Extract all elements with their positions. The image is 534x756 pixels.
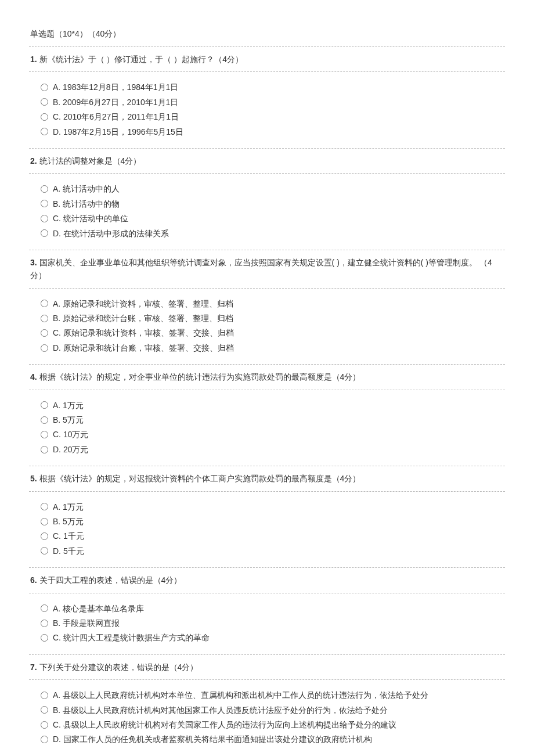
option-row: C. 统计四大工程是统计数据生产方式的革命 — [41, 631, 504, 644]
option-row: B. 5万元 — [41, 515, 504, 528]
option-label: A. 县级以上人民政府统计机构对本单位、直属机构和派出机构中工作人员的统计违法行… — [53, 689, 428, 701]
option-label: B. 2009年6月27日，2010年1月1日 — [53, 96, 178, 109]
question-header: 2. 统计法的调整对象是（4分） — [29, 148, 505, 174]
option-label: B. 手段是联网直报 — [53, 617, 120, 629]
option-row: A. 1万元 — [41, 501, 504, 513]
option-radio[interactable] — [41, 229, 48, 237]
option-label: D. 国家工作人员的任免机关或者监察机关将结果书面通知提出该处分建议的政府统计机… — [53, 733, 372, 746]
option-row: B. 县级以上人民政府统计机构对其他国家工作人员违反统计法应予处分的行为，依法给… — [41, 704, 504, 717]
option-row: D. 20万元 — [41, 443, 504, 456]
option-row: D. 国家工作人员的任免机关或者监察机关将结果书面通知提出该处分建议的政府统计机… — [41, 733, 504, 746]
question-text: 统计法的调整对象是（4分） — [37, 156, 142, 165]
option-radio[interactable] — [41, 604, 48, 612]
option-radio[interactable] — [41, 401, 48, 409]
question-number: 7. — [30, 663, 37, 672]
option-label: C. 原始记录和统计资料，审核、签署、交接、归档 — [53, 326, 234, 339]
option-row: C. 原始记录和统计资料，审核、签署、交接、归档 — [41, 326, 504, 339]
option-label: C. 县级以上人民政府统计机构对有关国家工作人员的违法行为应向上述机构提出给予处… — [53, 718, 396, 731]
option-label: C. 2010年6月27日，2011年1月1日 — [53, 110, 179, 123]
option-radio[interactable] — [41, 315, 48, 322]
option-radio[interactable] — [41, 200, 48, 207]
option-label: C. 10万元 — [53, 428, 88, 441]
question-text: 新《统计法》于（ ）修订通过，于（ ）起施行？（4分） — [37, 55, 243, 64]
option-radio[interactable] — [41, 113, 48, 121]
option-row: C. 统计活动中的单位 — [41, 212, 504, 225]
option-radio[interactable] — [41, 215, 48, 222]
option-radio[interactable] — [41, 98, 48, 106]
option-radio[interactable] — [41, 634, 48, 642]
option-row: A. 1983年12月8日，1984年1月1日 — [41, 81, 504, 93]
option-radio[interactable] — [41, 503, 48, 510]
question-number: 5. — [30, 474, 37, 483]
option-row: A. 县级以上人民政府统计机构对本单位、直属机构和派出机构中工作人员的统计违法行… — [41, 689, 504, 701]
question-number: 1. — [30, 55, 37, 64]
option-radio[interactable] — [41, 416, 48, 424]
option-row: B. 统计活动中的物 — [41, 197, 504, 210]
option-label: A. 1983年12月8日，1984年1月1日 — [53, 81, 178, 93]
option-radio[interactable] — [41, 692, 48, 699]
options-group: A. 1万元B. 5万元C. 1千元D. 5千元 — [29, 492, 505, 568]
option-row: A. 核心是基本单位名录库 — [41, 602, 504, 615]
questions-container: 1. 新《统计法》于（ ）修订通过，于（ ）起施行？（4分）A. 1983年12… — [29, 46, 505, 756]
question-number: 2. — [30, 156, 37, 165]
option-row: D. 在统计活动中形成的法律关系 — [41, 227, 504, 240]
option-radio[interactable] — [41, 736, 48, 743]
option-row: A. 1万元 — [41, 399, 504, 412]
question-header: 4. 根据《统计法》的规定，对企事业单位的统计违法行为实施罚款处罚的最高额度是（… — [29, 364, 505, 390]
question-number: 6. — [30, 575, 37, 585]
question-text: 关于四大工程的表述，错误的是（4分） — [37, 575, 182, 585]
option-radio[interactable] — [41, 344, 48, 352]
option-label: A. 1万元 — [53, 399, 84, 412]
question-header: 6. 关于四大工程的表述，错误的是（4分） — [29, 567, 505, 593]
option-radio[interactable] — [41, 620, 48, 627]
option-row: C. 县级以上人民政府统计机构对有关国家工作人员的违法行为应向上述机构提出给予处… — [41, 718, 504, 731]
option-row: B. 原始记录和统计台账，审核、签署、整理、归档 — [41, 312, 504, 325]
option-radio[interactable] — [41, 185, 48, 193]
option-radio[interactable] — [41, 518, 48, 525]
option-row: C. 10万元 — [41, 428, 504, 441]
option-row: A. 统计活动中的人 — [41, 182, 504, 195]
option-row: B. 5万元 — [41, 413, 504, 426]
section-title: 单选题（10*4）（40分） — [29, 29, 505, 39]
question-text: 根据《统计法》的规定，对企事业单位的统计违法行为实施罚款处罚的最高额度是（4分） — [37, 372, 361, 381]
option-radio[interactable] — [41, 547, 48, 555]
option-radio[interactable] — [41, 721, 48, 729]
option-radio[interactable] — [41, 84, 48, 91]
question-header: 7. 下列关于处分建议的表述，错误的是（4分） — [29, 654, 505, 680]
option-label: D. 1987年2月15日，1996年5月15日 — [53, 125, 183, 138]
option-radio[interactable] — [41, 128, 48, 135]
question-text: 国家机关、企业事业单位和其他组织等统计调查对象，应当按照国家有关规定设置( )，… — [30, 258, 492, 280]
option-label: A. 核心是基本单位名录库 — [53, 602, 144, 615]
option-label: C. 统计活动中的单位 — [53, 212, 128, 225]
option-label: B. 县级以上人民政府统计机构对其他国家工作人员违反统计法应予处分的行为，依法给… — [53, 704, 388, 717]
options-group: A. 核心是基本单位名录库B. 手段是联网直报C. 统计四大工程是统计数据生产方… — [29, 593, 505, 654]
option-radio[interactable] — [41, 431, 48, 438]
option-row: D. 原始记录和统计台账，审核、签署、交接、归档 — [41, 341, 504, 354]
question-number: 4. — [30, 372, 37, 381]
option-radio[interactable] — [41, 706, 48, 714]
option-radio[interactable] — [41, 329, 48, 337]
option-label: D. 20万元 — [53, 443, 88, 456]
question-header: 3. 国家机关、企业事业单位和其他组织等统计调查对象，应当按照国家有关规定设置(… — [29, 250, 505, 289]
option-label: D. 在统计活动中形成的法律关系 — [53, 227, 169, 240]
option-radio[interactable] — [41, 446, 48, 453]
option-label: D. 原始记录和统计台账，审核、签署、交接、归档 — [53, 341, 234, 354]
option-label: A. 1万元 — [53, 501, 84, 513]
option-row: D. 5千元 — [41, 545, 504, 557]
option-row: B. 2009年6月27日，2010年1月1日 — [41, 96, 504, 109]
options-group: A. 原始记录和统计资料，审核、签署、整理、归档B. 原始记录和统计台账，审核、… — [29, 289, 505, 365]
option-row: A. 原始记录和统计资料，审核、签署、整理、归档 — [41, 297, 504, 310]
question-text: 根据《统计法》的规定，对迟报统计资料的个体工商户实施罚款处罚的最高额度是（4分） — [37, 474, 361, 483]
option-radio[interactable] — [41, 300, 48, 307]
option-label: A. 统计活动中的人 — [53, 182, 120, 195]
question-text: 下列关于处分建议的表述，错误的是（4分） — [37, 663, 199, 672]
option-label: D. 5千元 — [53, 545, 84, 557]
option-radio[interactable] — [41, 532, 48, 540]
question-header: 5. 根据《统计法》的规定，对迟报统计资料的个体工商户实施罚款处罚的最高额度是（… — [29, 466, 505, 491]
option-row: C. 2010年6月27日，2011年1月1日 — [41, 110, 504, 123]
option-label: B. 5万元 — [53, 413, 84, 426]
option-row: C. 1千元 — [41, 530, 504, 542]
options-group: A. 统计活动中的人B. 统计活动中的物C. 统计活动中的单位D. 在统计活动中… — [29, 174, 505, 250]
question-number: 3. — [30, 258, 37, 267]
option-label: C. 统计四大工程是统计数据生产方式的革命 — [53, 631, 210, 644]
